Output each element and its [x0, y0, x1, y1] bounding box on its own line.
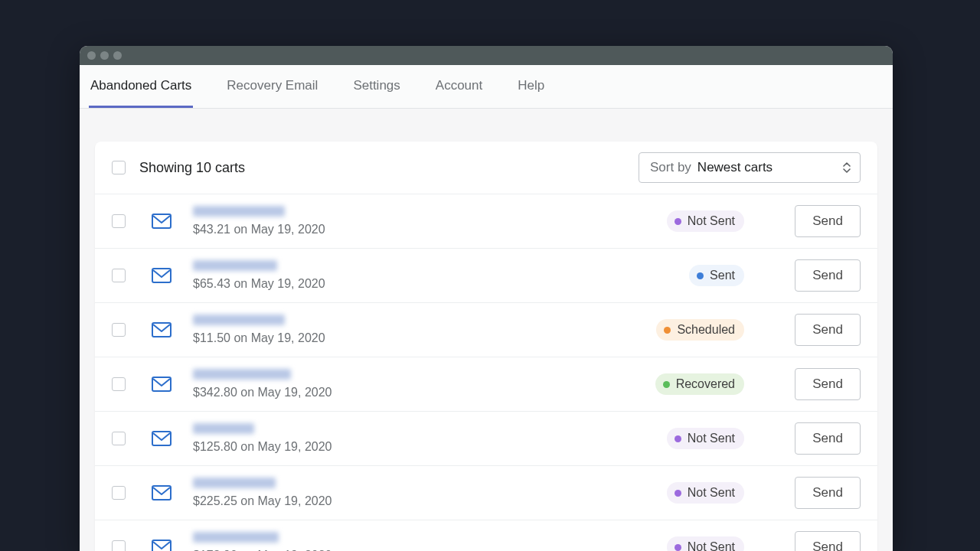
status-dot-icon [663, 381, 670, 388]
svg-rect-2 [152, 323, 171, 337]
sort-by-label: Sort by [650, 160, 691, 175]
customer-name-redacted[interactable] [193, 206, 285, 217]
sort-by-value: Newest carts [697, 160, 773, 175]
customer-name-redacted[interactable] [193, 423, 254, 434]
mail-icon[interactable] [150, 377, 173, 392]
send-button[interactable]: Send [795, 422, 861, 455]
customer-name-redacted[interactable] [193, 478, 276, 488]
select-all-checkbox[interactable] [112, 161, 126, 174]
row-checkbox[interactable] [112, 486, 126, 500]
row-checkbox[interactable] [112, 269, 126, 282]
window-close-dot[interactable] [87, 51, 96, 60]
status-badge: Not Sent [667, 536, 744, 551]
cart-row: $178.90 on May 19, 2020Not SentSend [95, 520, 877, 551]
svg-rect-3 [152, 377, 171, 391]
send-button[interactable]: Send [795, 314, 861, 346]
cart-info: $342.80 on May 19, 2020 [193, 369, 642, 399]
mail-icon[interactable] [150, 485, 173, 500]
customer-name-redacted[interactable] [193, 369, 291, 380]
status-dot-icon [675, 544, 681, 551]
mail-icon[interactable] [150, 268, 173, 283]
send-button[interactable]: Send [795, 205, 861, 237]
mail-icon[interactable] [150, 214, 173, 229]
send-button[interactable]: Send [795, 259, 861, 292]
status-dot-icon [664, 327, 671, 334]
status-badge: Not Sent [667, 210, 744, 232]
cart-meta: $11.50 on May 19, 2020 [193, 331, 642, 345]
status-dot-icon [675, 490, 681, 497]
status-badge: Scheduled [656, 319, 744, 341]
cart-meta: $43.21 on May 19, 2020 [193, 223, 653, 236]
mail-icon[interactable] [150, 322, 173, 337]
cart-meta: $65.43 on May 19, 2020 [193, 277, 675, 291]
cart-meta: $342.80 on May 19, 2020 [193, 386, 642, 399]
sort-select[interactable]: Sort by Newest carts [639, 152, 861, 183]
cart-info: $178.90 on May 19, 2020 [193, 532, 653, 551]
cart-meta: $225.25 on May 19, 2020 [193, 494, 653, 508]
status-label: Sent [710, 269, 735, 282]
status-label: Not Sent [688, 214, 735, 228]
status-label: Not Sent [688, 432, 735, 445]
customer-name-redacted[interactable] [193, 315, 285, 325]
carts-list: $43.21 on May 19, 2020Not SentSend$65.43… [95, 194, 877, 551]
svg-rect-0 [152, 214, 171, 228]
cart-info: $65.43 on May 19, 2020 [193, 260, 675, 291]
status-badge: Not Sent [667, 428, 744, 449]
send-button[interactable]: Send [795, 531, 861, 551]
row-checkbox[interactable] [112, 323, 126, 337]
row-checkbox[interactable] [112, 432, 126, 445]
row-checkbox[interactable] [112, 377, 126, 391]
tabs-nav: Abandoned CartsRecovery EmailSettingsAcc… [80, 65, 893, 109]
status-dot-icon [675, 435, 681, 442]
svg-rect-4 [152, 432, 171, 445]
cart-meta: $125.80 on May 19, 2020 [193, 440, 653, 454]
cart-row: $43.21 on May 19, 2020Not SentSend [95, 194, 877, 248]
svg-rect-5 [152, 486, 171, 500]
tab-account[interactable]: Account [434, 65, 484, 108]
cart-row: $225.25 on May 19, 2020Not SentSend [95, 465, 877, 520]
send-button[interactable]: Send [795, 477, 861, 509]
tab-abandoned-carts[interactable]: Abandoned Carts [89, 65, 193, 108]
status-badge: Recovered [655, 373, 744, 395]
cart-info: $225.25 on May 19, 2020 [193, 478, 653, 508]
panel-header: Showing 10 carts Sort by Newest carts [95, 142, 877, 194]
window-titlebar [80, 46, 893, 65]
cart-row: $342.80 on May 19, 2020RecoveredSend [95, 357, 877, 411]
carts-panel: Showing 10 carts Sort by Newest carts $4… [95, 142, 877, 551]
cart-info: $43.21 on May 19, 2020 [193, 206, 653, 236]
row-checkbox[interactable] [112, 214, 126, 228]
cart-row: $65.43 on May 19, 2020SentSend [95, 248, 877, 302]
cart-row: $11.50 on May 19, 2020ScheduledSend [95, 302, 877, 357]
cart-info: $11.50 on May 19, 2020 [193, 315, 642, 345]
mail-icon[interactable] [150, 540, 173, 551]
window-minimize-dot[interactable] [100, 51, 109, 60]
select-chevrons-icon [843, 162, 851, 173]
tab-help[interactable]: Help [516, 65, 546, 108]
status-badge: Sent [689, 265, 744, 286]
status-badge: Not Sent [667, 482, 744, 504]
customer-name-redacted[interactable] [193, 260, 277, 271]
status-dot-icon [697, 272, 704, 279]
app-window: Abandoned CartsRecovery EmailSettingsAcc… [80, 46, 893, 551]
cart-info: $125.80 on May 19, 2020 [193, 423, 653, 454]
tab-settings[interactable]: Settings [351, 65, 401, 108]
status-label: Recovered [676, 377, 735, 391]
cart-row: $125.80 on May 19, 2020Not SentSend [95, 411, 877, 465]
tab-recovery-email[interactable]: Recovery Email [225, 65, 319, 108]
status-label: Not Sent [688, 486, 735, 500]
status-label: Scheduled [677, 323, 735, 337]
status-label: Not Sent [688, 540, 735, 551]
status-dot-icon [675, 218, 681, 225]
carts-count-label: Showing 10 carts [139, 160, 245, 176]
send-button[interactable]: Send [795, 368, 861, 400]
row-checkbox[interactable] [112, 540, 126, 551]
window-zoom-dot[interactable] [113, 51, 122, 60]
mail-icon[interactable] [150, 431, 173, 446]
customer-name-redacted[interactable] [193, 532, 279, 543]
svg-rect-1 [152, 269, 171, 282]
